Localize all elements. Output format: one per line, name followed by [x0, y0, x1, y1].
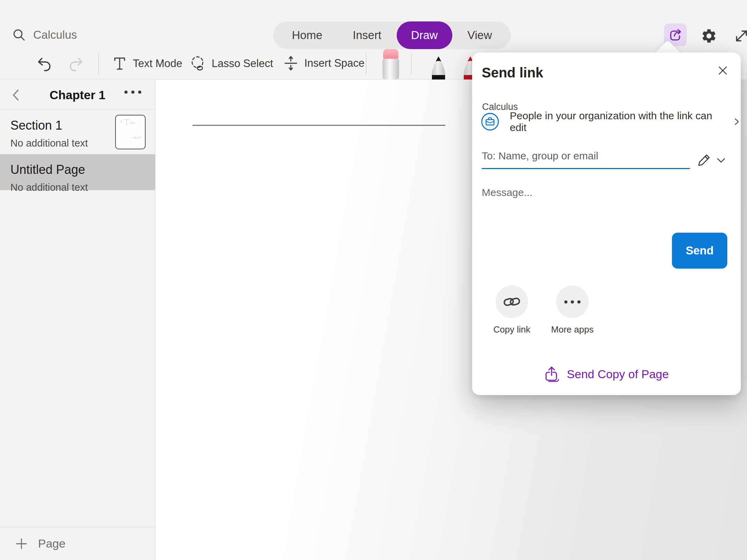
tab-view[interactable]: View	[452, 21, 507, 49]
lasso-select-icon	[190, 55, 206, 72]
page-item-section-1[interactable]: Section 1 No additional text	[0, 110, 155, 154]
expand-icon	[734, 28, 747, 44]
settings-button[interactable]	[700, 27, 718, 45]
link-permission-row[interactable]: People in your organization with the lin…	[481, 112, 741, 131]
tab-draw[interactable]: Draw	[397, 21, 452, 49]
notebook-title: Calculus	[33, 28, 77, 41]
share-icon	[668, 28, 682, 42]
recipient-input[interactable]	[482, 150, 690, 162]
fullscreen-button[interactable]	[733, 28, 747, 44]
plus-icon	[15, 538, 28, 550]
undo-icon	[36, 56, 52, 72]
undo-button[interactable]	[36, 56, 52, 72]
lasso-select-label: Lasso Select	[212, 57, 273, 70]
text-mode-button[interactable]: Text Mode	[112, 55, 182, 72]
gear-icon	[701, 28, 717, 44]
close-button[interactable]	[715, 63, 730, 78]
ribbon-tabbar: Home Insert Draw View	[273, 21, 511, 49]
add-page-label: Page	[38, 537, 65, 550]
page-thumbnail	[115, 115, 146, 149]
insert-space-button[interactable]: Insert Space	[283, 55, 365, 71]
recipient-field-wrap	[482, 150, 690, 169]
page-item-title: Untitled Page	[10, 162, 155, 177]
sidebar-header: Chapter 1 •••	[0, 80, 155, 110]
chevron-down-icon	[716, 156, 726, 165]
copy-link-button[interactable]	[496, 286, 528, 318]
tab-insert[interactable]: Insert	[338, 21, 397, 49]
page-title-underline	[193, 125, 445, 126]
close-icon	[717, 64, 729, 77]
text-mode-icon	[112, 55, 127, 72]
chevron-right-icon	[732, 116, 741, 127]
notebook-search[interactable]: Calculus	[12, 28, 77, 42]
text-mode-label: Text Mode	[133, 57, 182, 70]
black-pen-tool[interactable]	[429, 56, 448, 80]
more-apps-button[interactable]: •••	[556, 286, 589, 318]
send-copy-icon	[544, 366, 559, 382]
insert-space-icon	[283, 55, 299, 71]
eraser-body	[382, 59, 399, 80]
ribbon-divider	[366, 53, 367, 75]
insert-space-label: Insert Space	[304, 57, 365, 69]
send-copy-of-page-button[interactable]: Send Copy of Page	[472, 364, 741, 384]
edit-permission-button[interactable]	[696, 152, 712, 168]
tab-home[interactable]: Home	[277, 21, 338, 49]
pencil-icon	[697, 152, 712, 168]
redo-icon	[68, 56, 84, 72]
page-item-subtitle: No additional text	[10, 182, 155, 193]
send-button[interactable]: Send	[672, 233, 727, 269]
copy-link-icon	[502, 292, 522, 311]
organization-icon	[481, 112, 499, 131]
copy-link-label: Copy link	[477, 324, 546, 335]
more-apps-icon: •••	[561, 295, 583, 309]
more-apps-label: More apps	[538, 324, 607, 335]
ribbon-divider	[411, 53, 412, 75]
lasso-select-button[interactable]: Lasso Select	[190, 55, 273, 72]
message-input[interactable]	[482, 187, 675, 198]
recipient-dropdown-button[interactable]	[716, 156, 727, 165]
section-more-button[interactable]: •••	[124, 85, 145, 99]
send-link-dialog: Send link Calculus People in your organi…	[472, 53, 741, 395]
eraser-tool[interactable]	[382, 49, 399, 80]
page-item-untitled-page[interactable]: Untitled Page No additional text	[0, 154, 155, 190]
permission-label: People in your organization with the lin…	[510, 110, 722, 133]
dialog-title: Send link	[482, 65, 543, 81]
eraser-cap	[383, 49, 398, 59]
add-page-button[interactable]: Page	[0, 527, 155, 560]
search-icon	[12, 28, 26, 42]
page-list-sidebar: Chapter 1 ••• Section 1 No additional te…	[0, 80, 155, 560]
message-field-wrap	[482, 187, 675, 198]
send-copy-label: Send Copy of Page	[567, 367, 669, 381]
redo-button[interactable]	[68, 56, 84, 72]
ribbon-divider	[98, 53, 99, 75]
